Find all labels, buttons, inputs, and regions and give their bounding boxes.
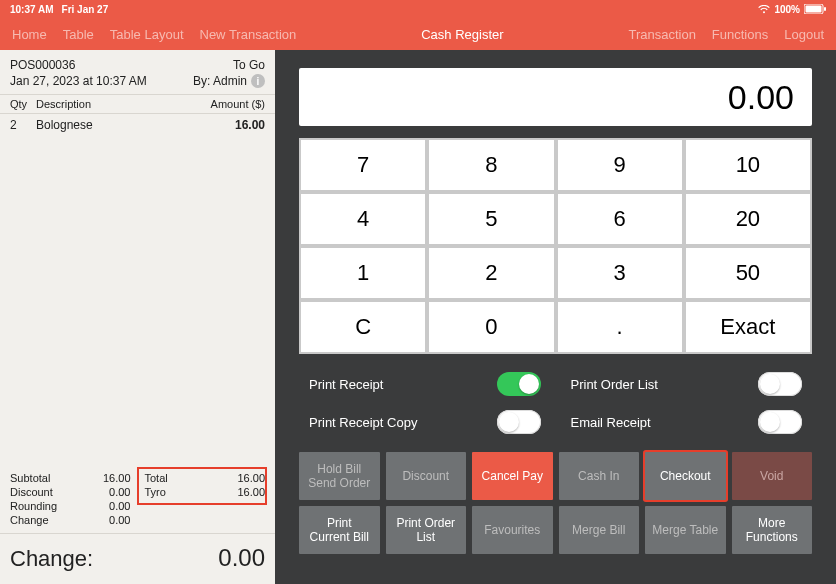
total-label: Rounding [10, 500, 57, 512]
action-cancel-pay[interactable]: Cancel Pay [472, 452, 553, 500]
status-date: Fri Jan 27 [62, 4, 109, 15]
nav-functions[interactable]: Functions [712, 27, 768, 42]
key-.[interactable]: . [558, 302, 682, 352]
action-merge-table[interactable]: Merge Table [645, 506, 726, 554]
total-label: Change [10, 514, 49, 526]
action-discount[interactable]: Discount [386, 452, 467, 500]
total-value: 0.00 [109, 500, 130, 512]
info-icon[interactable]: i [251, 74, 265, 88]
total-value: 16.00 [103, 472, 131, 484]
svg-rect-2 [824, 7, 826, 11]
action-print-order-list[interactable]: Print OrderList [386, 506, 467, 554]
action-merge-bill[interactable]: Merge Bill [559, 506, 640, 554]
key-20[interactable]: 20 [686, 194, 810, 244]
toggle-row: Print Receipt [309, 372, 541, 396]
nav-table[interactable]: Table [63, 27, 94, 42]
total-row: Rounding0.00 [10, 499, 131, 513]
toggle-label: Print Receipt Copy [309, 415, 417, 430]
col-qty: Qty [10, 98, 36, 110]
total-value: 0.00 [109, 486, 130, 498]
toggle-label: Print Receipt [309, 377, 383, 392]
key-0[interactable]: 0 [429, 302, 553, 352]
change-value: 0.00 [218, 544, 265, 572]
col-desc: Description [36, 98, 195, 110]
action-cash-in[interactable]: Cash In [559, 452, 640, 500]
action-print-current-bill[interactable]: PrintCurrent Bill [299, 506, 380, 554]
toggle-label: Print Order List [571, 377, 658, 392]
totals-highlight [137, 467, 267, 505]
receipt-totals: Subtotal16.00Discount0.00Rounding0.00Cha… [0, 465, 275, 533]
change-label: Change: [10, 546, 93, 572]
key-6[interactable]: 6 [558, 194, 682, 244]
status-battery-pct: 100% [774, 4, 800, 15]
total-row: Subtotal16.00 [10, 471, 131, 485]
total-row: Discount0.00 [10, 485, 131, 499]
receipt-id: POS000036 [10, 58, 75, 72]
key-3[interactable]: 3 [558, 248, 682, 298]
toggle-label: Email Receipt [571, 415, 651, 430]
action-hold-bill-send-order[interactable]: Hold BillSend Order [299, 452, 380, 500]
action-void[interactable]: Void [732, 452, 813, 500]
total-label: Discount [10, 486, 53, 498]
key-c[interactable]: C [301, 302, 425, 352]
receipt-columns: Qty Description Amount ($) [0, 94, 275, 114]
toggle-row: Print Receipt Copy [309, 410, 541, 434]
key-10[interactable]: 10 [686, 140, 810, 190]
action-more-functions[interactable]: MoreFunctions [732, 506, 813, 554]
key-4[interactable]: 4 [301, 194, 425, 244]
col-amount: Amount ($) [195, 98, 265, 110]
total-value: 0.00 [109, 514, 130, 526]
key-exact[interactable]: Exact [686, 302, 810, 352]
keypad: 789104562012350C0.Exact [299, 138, 812, 354]
svg-rect-1 [806, 6, 822, 13]
total-row: Change0.00 [10, 513, 131, 527]
key-5[interactable]: 5 [429, 194, 553, 244]
status-time: 10:37 AM [10, 4, 54, 15]
toggle-switch[interactable] [497, 372, 541, 396]
status-bar: 10:37 AM Fri Jan 27 100% [0, 0, 836, 18]
item-amount: 16.00 [195, 118, 265, 132]
nav-bar: Home Table Table Layout New Transaction … [0, 18, 836, 50]
total-label: Subtotal [10, 472, 50, 484]
register-panel: 0.00 789104562012350C0.Exact Print Recei… [275, 50, 836, 584]
toggle-switch[interactable] [758, 372, 802, 396]
key-2[interactable]: 2 [429, 248, 553, 298]
nav-logout[interactable]: Logout [784, 27, 824, 42]
nav-new-transaction[interactable]: New Transaction [200, 27, 297, 42]
key-7[interactable]: 7 [301, 140, 425, 190]
receipt-item[interactable]: 2Bolognese16.00 [0, 114, 275, 136]
nav-title: Cash Register [421, 27, 503, 42]
toggle-switch[interactable] [497, 410, 541, 434]
wifi-icon [758, 5, 770, 14]
nav-right: Transaction Functions Logout [628, 27, 824, 42]
key-8[interactable]: 8 [429, 140, 553, 190]
receipt-mode: To Go [233, 58, 265, 72]
amount-value: 0.00 [728, 78, 794, 117]
amount-display[interactable]: 0.00 [299, 68, 812, 126]
toggle-row: Email Receipt [571, 410, 803, 434]
key-9[interactable]: 9 [558, 140, 682, 190]
key-1[interactable]: 1 [301, 248, 425, 298]
toggle-switch[interactable] [758, 410, 802, 434]
key-50[interactable]: 50 [686, 248, 810, 298]
nav-home[interactable]: Home [12, 27, 47, 42]
nav-left: Home Table Table Layout New Transaction [12, 27, 296, 42]
receipt-datetime: Jan 27, 2023 at 10:37 AM [10, 74, 147, 88]
nav-transaction[interactable]: Transaction [628, 27, 695, 42]
receipt-panel: POS000036 To Go Jan 27, 2023 at 10:37 AM… [0, 50, 275, 584]
toggle-group: Print ReceiptPrint Order ListPrint Recei… [299, 366, 812, 436]
toggle-row: Print Order List [571, 372, 803, 396]
receipt-by: By: Admin [193, 74, 247, 88]
item-qty: 2 [10, 118, 36, 132]
action-favourites[interactable]: Favourites [472, 506, 553, 554]
battery-icon [804, 4, 826, 14]
action-grid: Hold BillSend OrderDiscountCancel PayCas… [299, 452, 812, 554]
action-checkout[interactable]: Checkout [645, 452, 726, 500]
nav-table-layout[interactable]: Table Layout [110, 27, 184, 42]
item-desc: Bolognese [36, 118, 195, 132]
change-row: Change: 0.00 [0, 533, 275, 584]
